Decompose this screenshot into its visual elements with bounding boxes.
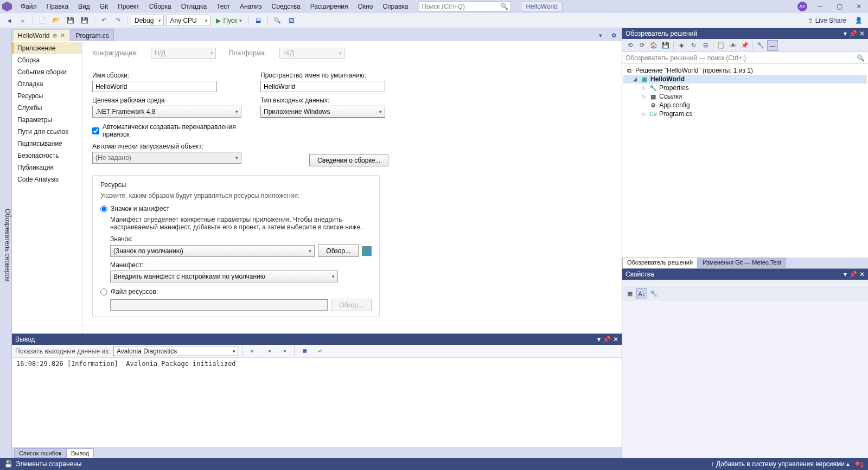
- save-all-button[interactable]: 💾: [79, 15, 91, 27]
- menu-edit[interactable]: Правка: [42, 1, 73, 12]
- sol-pin-icon[interactable]: 📌: [739, 40, 750, 51]
- pin-icon[interactable]: ⊕: [53, 33, 57, 38]
- menu-window[interactable]: Окно: [353, 1, 377, 12]
- open-button[interactable]: 📂: [50, 15, 62, 27]
- undo-button[interactable]: ↶: [98, 15, 110, 27]
- props-wrench-icon[interactable]: 🔧: [648, 288, 659, 299]
- tabs-dropdown-icon[interactable]: ▾: [595, 29, 607, 41]
- sidebar-item-app[interactable]: Приложение: [12, 42, 82, 54]
- sidebar-item-signing[interactable]: Подписывание: [12, 138, 82, 150]
- sidebar-item-codeanalysis[interactable]: Code Analysis: [12, 173, 82, 185]
- doc-tab-helloworld[interactable]: HelloWorld ⊕ ✕: [13, 29, 70, 41]
- nav-fwd-button[interactable]: ►: [17, 15, 29, 27]
- platform-select[interactable]: Н/Д: [279, 48, 344, 59]
- panel-close-icon[interactable]: ✕: [859, 30, 865, 37]
- output-type-select[interactable]: Приложение Windows: [260, 106, 385, 118]
- server-explorer-tab[interactable]: Обозреватель серверов: [4, 33, 11, 458]
- feedback-button[interactable]: 👤: [853, 15, 865, 27]
- close-tab-icon[interactable]: ✕: [60, 32, 65, 39]
- maximize-button[interactable]: ▢: [832, 3, 846, 10]
- solution-tree[interactable]: ⧉ Решение "HelloWorld" (проекты: 1 из 1)…: [622, 64, 868, 257]
- menu-view[interactable]: Вид: [74, 1, 94, 12]
- tab-git-changes[interactable]: Изменения Git — Meteo.Test: [698, 257, 786, 268]
- menu-build[interactable]: Сборка: [145, 1, 176, 12]
- sol-wrench-icon[interactable]: 🔧: [755, 40, 766, 51]
- assembly-name-input[interactable]: [92, 81, 217, 92]
- redo-button[interactable]: ↷: [112, 15, 124, 27]
- sol-collapse-icon[interactable]: ⊟: [700, 40, 711, 51]
- tabs-settings-icon[interactable]: ✿: [608, 29, 620, 41]
- tree-program-node[interactable]: ▷ C# Program.cs: [623, 110, 867, 118]
- out-btn-3[interactable]: ⇥: [278, 345, 290, 357]
- panel-pin-icon[interactable]: 📌: [849, 30, 857, 37]
- notifications-icon[interactable]: ◆1: [855, 459, 864, 468]
- panel-close-icon[interactable]: ✕: [859, 271, 865, 278]
- props-az-icon[interactable]: A↓: [636, 288, 647, 299]
- menu-test[interactable]: Тест: [212, 1, 234, 12]
- icon-manifest-radio[interactable]: [100, 205, 107, 213]
- menu-analyze[interactable]: Анализ: [235, 1, 266, 12]
- panel-dropdown-icon[interactable]: ▾: [844, 30, 847, 37]
- save-button[interactable]: 💾: [65, 15, 76, 27]
- expand-icon[interactable]: ▷: [642, 111, 647, 117]
- out-wrap-button[interactable]: ⤶: [314, 345, 326, 357]
- assembly-info-button[interactable]: Сведения о сборке...: [309, 154, 388, 166]
- menu-project[interactable]: Проект: [113, 1, 144, 12]
- sidebar-item-settings[interactable]: Параметры: [12, 114, 82, 126]
- menu-debug[interactable]: Отладка: [177, 1, 211, 12]
- props-cat-icon[interactable]: ▦: [624, 288, 635, 299]
- sol-props-icon[interactable]: 📋: [716, 40, 726, 51]
- step-button[interactable]: ⬓: [252, 15, 264, 27]
- user-avatar[interactable]: ЛУ: [797, 2, 807, 11]
- solution-name-tag[interactable]: HelloWorld: [521, 2, 562, 11]
- menu-help[interactable]: Справка: [378, 1, 412, 12]
- tree-solution-node[interactable]: ⧉ Решение "HelloWorld" (проекты: 1 из 1): [623, 66, 867, 75]
- sol-refresh-icon[interactable]: ↻: [688, 40, 699, 51]
- manifest-select[interactable]: Внедрить манифест с настройками по умолч…: [110, 271, 338, 282]
- sol-home2-icon[interactable]: 🏠: [648, 40, 659, 51]
- sol-save-icon[interactable]: 💾: [660, 40, 671, 51]
- panel-dropdown-icon[interactable]: ▾: [597, 336, 601, 343]
- find-button[interactable]: 🔍: [271, 15, 283, 27]
- sidebar-item-build[interactable]: Сборка: [12, 54, 82, 66]
- tree-appconfig-node[interactable]: ⚙ App.config: [623, 101, 867, 110]
- output-log[interactable]: 16:08:29.826 [Information] Avalonia Pack…: [12, 358, 622, 447]
- add-source-control-button[interactable]: ↑ Добавить в систему управления версиями…: [711, 460, 850, 468]
- sol-sync-icon[interactable]: ⟳: [636, 40, 647, 51]
- auto-redirect-checkbox[interactable]: [92, 127, 99, 134]
- global-search-input[interactable]: Поиск (Ctrl+Q) 🔍: [419, 1, 511, 12]
- sidebar-item-resources[interactable]: Ресурсы: [12, 90, 82, 102]
- target-fw-select[interactable]: .NET Framework 4.8: [92, 106, 241, 118]
- menu-extensions[interactable]: Расширения: [306, 1, 353, 12]
- sol-showall-icon[interactable]: ◈: [676, 40, 687, 51]
- panel-pin-icon[interactable]: 📌: [849, 271, 857, 278]
- panel-pin-icon[interactable]: 📌: [603, 336, 611, 343]
- nav-back-button[interactable]: ◄: [3, 15, 15, 27]
- expand-icon[interactable]: ◢: [633, 76, 639, 82]
- expand-icon[interactable]: ▷: [642, 85, 647, 91]
- panel-dropdown-icon[interactable]: ▾: [844, 271, 847, 278]
- sol-home-icon[interactable]: ⟲: [624, 40, 635, 51]
- sidebar-item-publish[interactable]: Публикация: [12, 162, 82, 173]
- start-debug-button[interactable]: ▶ Пуск ▾: [213, 17, 245, 24]
- close-button[interactable]: ✕: [852, 3, 866, 10]
- panel-close-icon[interactable]: ✕: [613, 336, 618, 343]
- out-btn-1[interactable]: ⇤: [247, 345, 259, 357]
- expand-icon[interactable]: ▷: [642, 94, 647, 99]
- platform-combo[interactable]: Any CPU: [166, 15, 210, 26]
- startup-object-select[interactable]: (Не задано): [92, 152, 241, 164]
- doc-tab-program[interactable]: Program.cs: [71, 29, 113, 41]
- live-share-button[interactable]: ⇪ Live Share: [805, 16, 850, 25]
- sol-preview-icon[interactable]: 👁: [727, 40, 738, 51]
- pic-button[interactable]: 🖼: [285, 15, 297, 27]
- show-from-combo[interactable]: Avalonia Diagnostics: [113, 346, 238, 356]
- sidebar-item-refpaths[interactable]: Пути для ссылок: [12, 126, 82, 138]
- icon-select[interactable]: (Значок по умолчанию): [110, 245, 315, 257]
- tree-properties-node[interactable]: ▷ 🔧 Properties: [623, 83, 867, 92]
- sidebar-item-debug[interactable]: Отладка: [12, 78, 82, 90]
- resfile-radio[interactable]: [100, 288, 107, 295]
- sidebar-item-services[interactable]: Службы: [12, 102, 82, 114]
- sol-filter-icon[interactable]: —: [767, 40, 778, 51]
- menu-file[interactable]: Файл: [16, 1, 41, 12]
- tab-solution-explorer[interactable]: Обозреватель решений: [622, 257, 698, 268]
